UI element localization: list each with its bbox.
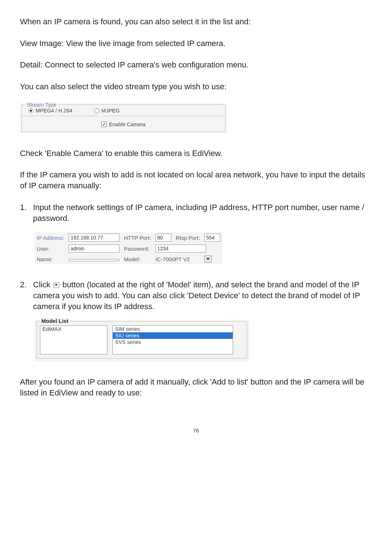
name-input[interactable] <box>69 259 119 261</box>
outro-text: After you found an IP camera of add it m… <box>20 377 372 398</box>
ipaddress-label: IP Address: <box>34 232 66 243</box>
password-label: Password: <box>122 243 153 254</box>
mid-manual: If the IP camera you wish to add is not … <box>20 169 372 191</box>
radio-dot-icon <box>28 108 33 113</box>
intro-line4: You can also select the video stream typ… <box>20 81 372 92</box>
ipaddress-input[interactable]: 192.168.10.77 <box>69 234 119 242</box>
radio-mpeg4-label: MPEG4 / H.264 <box>36 108 73 114</box>
brand-listbox[interactable]: EdiMAX <box>40 325 107 354</box>
brand-item[interactable]: EdiMAX <box>40 326 107 332</box>
dropdown-icon <box>53 282 60 288</box>
step1-text: Input the network settings of IP camera,… <box>33 202 372 223</box>
mid-check: Check 'Enable Camera' to enable this cam… <box>20 148 372 159</box>
stream-type-legend: Stream Type <box>25 102 58 108</box>
model-label: Model: <box>122 254 153 264</box>
checkmark-icon: ✓ <box>101 122 107 127</box>
step1-number: 1. <box>20 202 33 223</box>
model-dropdown-button[interactable] <box>204 255 212 263</box>
series-item[interactable]: SVS series <box>113 339 233 345</box>
model-value: IC-7000PT V2 <box>153 254 202 264</box>
model-list-legend: Model List <box>40 318 70 324</box>
httpport-label: HTTP Port: <box>122 232 153 243</box>
user-input[interactable]: admin <box>69 245 119 253</box>
intro-line2: View Image: View the live image from sel… <box>20 38 372 49</box>
intro-line1: When an IP camera is found, you can also… <box>20 16 372 27</box>
step2-text: Click button (located at the right of 'M… <box>33 279 372 312</box>
enable-camera-label: Enable Camera <box>109 122 146 127</box>
name-label: Name: <box>34 254 66 264</box>
rtspport-input[interactable]: 554 <box>204 234 220 242</box>
step2-number: 2. <box>20 279 33 312</box>
settings-table: IP Address: 192.168.10.77 HTTP Port: 80 … <box>34 232 222 264</box>
radio-mpeg4[interactable]: MPEG4 / H.264 <box>28 108 73 114</box>
httpport-input[interactable]: 80 <box>155 234 171 242</box>
intro-line3: Detail: Connect to selected IP camera's … <box>20 59 372 70</box>
model-list-panel: Model List EdiMAX SIM seriesSIU seriesSV… <box>34 320 249 361</box>
radio-mjpeg-label: MJPEG <box>102 108 120 114</box>
series-item[interactable]: SIM series <box>113 326 233 332</box>
stream-type-panel: Stream Type MPEG4 / H.264 MJPEG ✓ Enable… <box>20 103 227 133</box>
rtspport-label: Rtsp Port: <box>173 232 202 243</box>
series-listbox[interactable]: SIM seriesSIU seriesSVS series <box>113 325 233 354</box>
radio-empty-icon <box>94 108 99 113</box>
password-input[interactable]: 1234 <box>155 245 206 253</box>
enable-camera-checkbox[interactable]: ✓ Enable Camera <box>101 122 146 127</box>
series-item[interactable]: SIU series <box>113 332 233 339</box>
user-label: User: <box>34 243 66 254</box>
radio-mjpeg[interactable]: MJPEG <box>94 108 120 114</box>
page-number: 76 <box>20 427 372 434</box>
